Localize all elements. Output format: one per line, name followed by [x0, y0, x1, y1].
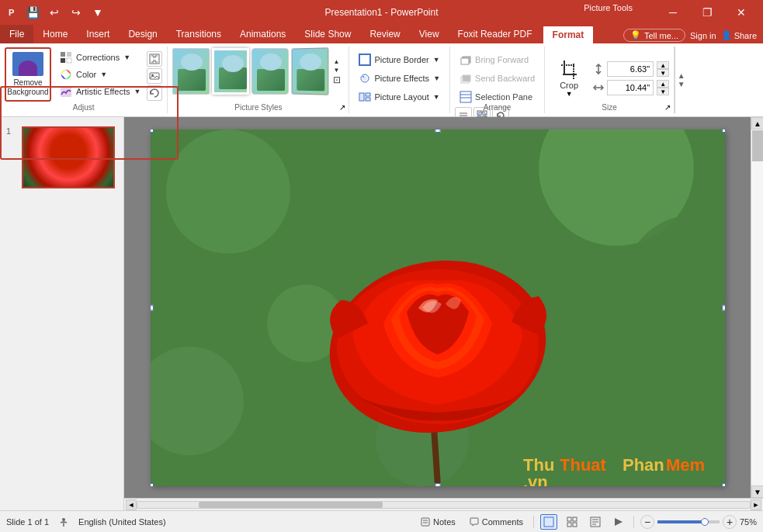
width-up-btn[interactable]: ▲ [657, 80, 669, 88]
bring-forward-button[interactable]: Bring Forward [455, 51, 539, 68]
artistic-effects-label: Artistic Effects [76, 87, 130, 96]
remove-background-button[interactable]: RemoveBackground [5, 47, 51, 102]
tab-file[interactable]: File [0, 25, 33, 43]
share-btn[interactable]: 👤 Share [721, 30, 757, 40]
scroll-right-btn[interactable]: ► [751, 499, 761, 510]
tab-view[interactable]: View [410, 25, 449, 43]
picture-style-2[interactable] [212, 48, 249, 95]
zoom-slider[interactable] [657, 520, 720, 523]
crop-button[interactable]: Crop ▼ [550, 51, 588, 105]
scroll-track[interactable] [751, 130, 763, 485]
artistic-effects-button[interactable]: Artistic Effects ▼ [54, 83, 145, 100]
accessibility-btn[interactable] [58, 516, 69, 527]
picture-styles-group-label: Picture Styles [234, 103, 282, 112]
handle-top-center[interactable] [435, 130, 440, 133]
zoom-out-btn[interactable]: − [640, 515, 654, 529]
minimize-btn[interactable]: ─ [657, 2, 688, 23]
tab-slideshow[interactable]: Slide Show [295, 25, 360, 43]
handle-top-right[interactable] [722, 130, 725, 133]
corrections-button[interactable]: Corrections ▼ [54, 49, 145, 66]
handle-mid-right[interactable] [722, 305, 725, 310]
slide-thumbnail-1[interactable]: 1 [3, 123, 120, 192]
customize-qa-btn[interactable]: ▼ [88, 3, 107, 22]
handle-bot-center[interactable] [435, 483, 440, 486]
width-down-btn[interactable]: ▼ [657, 88, 669, 95]
h-scroll-thumb[interactable] [199, 502, 383, 508]
picture-style-3[interactable] [251, 48, 289, 95]
reading-view-btn[interactable] [587, 514, 604, 530]
title-bar: P 💾 ↩ ↪ ▼ Presentation1 - PowerPoint Pic… [0, 0, 763, 25]
tab-transitions[interactable]: Transitions [167, 25, 231, 43]
ribbon-group-size: Crop ▼ ▲ ▼ ▲ ▼ [545, 47, 675, 113]
tell-me-input[interactable]: 💡 Tell me... [623, 29, 685, 42]
handle-mid-left[interactable] [151, 305, 154, 310]
handle-bot-left[interactable] [151, 483, 154, 486]
size-expand-btn[interactable]: ↗ [664, 103, 671, 112]
slide-thumbnail-image[interactable] [22, 126, 115, 188]
h-scroll-track[interactable] [137, 501, 751, 509]
handle-bot-right[interactable] [722, 483, 725, 486]
picture-style-1[interactable] [172, 48, 210, 95]
picture-style-4[interactable] [292, 47, 329, 95]
height-down-btn[interactable]: ▼ [657, 69, 669, 77]
right-scrollbar[interactable]: ▲ ▼ [751, 117, 763, 498]
normal-view-btn[interactable] [540, 514, 557, 530]
redo-btn[interactable]: ↪ [67, 3, 85, 22]
save-quick-btn[interactable]: 💾 [23, 3, 42, 22]
crop-label: Crop [560, 81, 578, 90]
svg-rect-21 [463, 75, 470, 81]
color-button[interactable]: Color ▼ [54, 66, 145, 83]
slideshow-view-btn[interactable] [610, 514, 627, 530]
bottom-scrollbar[interactable]: ◄ ► [124, 498, 763, 510]
slide-panel[interactable]: 1 [0, 117, 124, 510]
tab-design[interactable]: Design [119, 25, 166, 43]
styles-dropdown-btn[interactable]: ▲ ▼ ⊡ [330, 58, 344, 85]
scroll-down-btn[interactable]: ▼ [751, 485, 763, 498]
tab-foxit[interactable]: Foxit Reader PDF [449, 25, 542, 43]
picture-layout-arrow: ▼ [433, 93, 440, 101]
window-controls: ─ ❐ ✕ [657, 2, 757, 23]
send-backward-button[interactable]: Send Backward [455, 70, 539, 87]
picture-effects-button[interactable]: Picture Effects ▼ [354, 70, 445, 87]
notes-btn[interactable]: Notes [417, 516, 460, 528]
picture-layout-button[interactable]: Picture Layout ▼ [354, 88, 445, 105]
scroll-left-btn[interactable]: ◄ [126, 499, 137, 510]
tab-animations[interactable]: Animations [231, 25, 295, 43]
picture-effects-arrow: ▼ [433, 74, 440, 82]
rose-image[interactable]: Thu Thuat Phan Mem .vn [151, 130, 725, 486]
svg-text:.vn: .vn [523, 472, 548, 486]
zoom-percent: 75% [740, 517, 757, 527]
handle-top-left[interactable] [151, 130, 154, 133]
height-input[interactable] [607, 61, 654, 77]
reset-picture-btn[interactable] [147, 85, 162, 101]
restore-btn[interactable]: ❐ [692, 2, 723, 23]
slide-sorter-btn[interactable] [564, 514, 581, 530]
width-input[interactable] [607, 80, 654, 95]
undo-btn[interactable]: ↩ [45, 3, 64, 22]
tab-review[interactable]: Review [360, 25, 409, 43]
slide-canvas[interactable]: Thu Thuat Phan Mem .vn [151, 130, 725, 486]
zoom-thumb[interactable] [701, 518, 709, 526]
remove-bg-label: RemoveBackground [7, 78, 48, 97]
picture-border-button[interactable]: Picture Border ▼ [354, 51, 445, 68]
compress-picture-btn[interactable] [147, 51, 162, 67]
tab-home[interactable]: Home [33, 25, 77, 43]
canvas-area[interactable]: Thu Thuat Phan Mem .vn [124, 117, 751, 498]
sign-in-btn[interactable]: Sign in [690, 31, 716, 40]
window-title: Presentation1 - PowerPoint [324, 7, 438, 18]
zoom-in-btn[interactable]: + [723, 515, 737, 529]
change-picture-btn[interactable] [147, 68, 162, 84]
svg-rect-2 [61, 52, 65, 57]
status-divider [533, 516, 534, 528]
ribbon-scroll-btn[interactable]: ▲ ▼ [675, 47, 687, 113]
ribbon-tabs-row: File Home Insert Design Transitions Anim… [0, 25, 763, 43]
selection-pane-icon [460, 91, 472, 103]
comments-btn[interactable]: Comments [466, 516, 527, 528]
scroll-up-btn[interactable]: ▲ [751, 117, 763, 130]
height-up-btn[interactable]: ▲ [657, 61, 669, 69]
close-btn[interactable]: ✕ [726, 2, 757, 23]
tab-format[interactable]: Format [542, 25, 595, 43]
scroll-thumb[interactable] [752, 130, 763, 161]
tab-insert[interactable]: Insert [77, 25, 119, 43]
picture-styles-expand-btn[interactable]: ↗ [339, 103, 345, 112]
